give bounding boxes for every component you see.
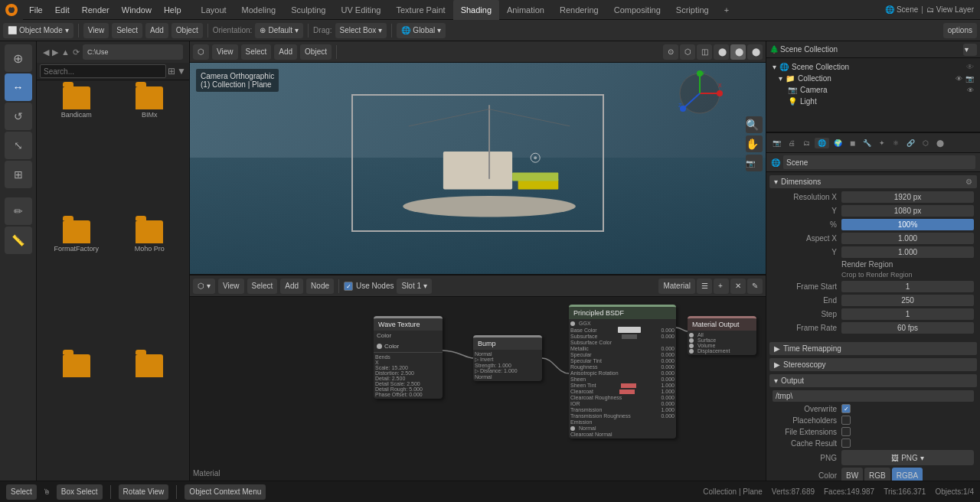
- collection-item[interactable]: ▾ 📁 Collection 👁 📷: [769, 73, 977, 84]
- tab-modeling[interactable]: Modeling: [234, 0, 284, 20]
- drag-value-btn[interactable]: Select Box ▾: [335, 23, 387, 38]
- nav-back-icon[interactable]: ◀: [43, 47, 49, 57]
- transform-tool[interactable]: ⊞: [5, 161, 32, 188]
- light-item[interactable]: 💡 Light: [769, 96, 977, 107]
- menu-help[interactable]: Help: [158, 0, 188, 20]
- search-input[interactable]: [40, 64, 166, 78]
- file-format-btn[interactable]: 🖼 PNG ▾: [841, 450, 974, 465]
- camera-vis-icon[interactable]: 👁: [967, 86, 974, 94]
- prop-tab-output[interactable]: 🖨: [786, 138, 799, 148]
- frame-step-value[interactable]: 1: [841, 308, 974, 320]
- output-header[interactable]: ▾ Output: [769, 374, 977, 387]
- tab-add[interactable]: +: [717, 0, 737, 20]
- cursor-tool[interactable]: ⊕: [5, 44, 32, 72]
- prop-tab-world[interactable]: 🌍: [831, 138, 845, 148]
- select-btn-status[interactable]: Select: [6, 484, 37, 500]
- camera-item[interactable]: 📷 Camera 👁: [769, 84, 977, 96]
- viewport-shading-btn-render[interactable]: ⬤: [747, 44, 763, 60]
- principled-bsdf-node[interactable]: Principled BSDF GGX Base Color0.000 Subs…: [569, 305, 676, 438]
- view-menu-btn[interactable]: View: [83, 23, 109, 38]
- tab-shading[interactable]: Shading: [453, 0, 499, 20]
- node-material-btn[interactable]: Material: [658, 279, 695, 294]
- collection-eye-icon[interactable]: 👁: [956, 75, 962, 83]
- prop-tab-object[interactable]: ◼: [847, 138, 858, 148]
- filter-icon[interactable]: ▼: [177, 66, 186, 77]
- prop-tab-particles[interactable]: ✦: [876, 138, 888, 148]
- aspect-y-value[interactable]: 1.000: [841, 246, 974, 258]
- output-path-input[interactable]: [773, 390, 974, 402]
- zoom-in-btn[interactable]: 🔍: [746, 116, 763, 133]
- node-tool-4[interactable]: ✎: [747, 279, 763, 294]
- color-bw-btn[interactable]: BW: [841, 468, 863, 481]
- time-remapping-header[interactable]: ▶ Time Remapping: [769, 342, 977, 355]
- view-layer-selector[interactable]: 🗂 View Layer: [926, 5, 974, 14]
- outliner-filter-btn[interactable]: ▼: [963, 44, 977, 56]
- viewport-view-btn[interactable]: View: [212, 44, 238, 60]
- viewport-object-btn[interactable]: Object: [300, 44, 332, 60]
- node-view-btn[interactable]: View: [218, 279, 244, 294]
- object-context-btn-status[interactable]: Object Context Menu: [185, 484, 266, 500]
- nav-up-icon[interactable]: ▲: [61, 47, 70, 57]
- file-ext-checkbox[interactable]: [841, 427, 851, 436]
- tab-layout[interactable]: Layout: [194, 0, 234, 20]
- prop-tab-render[interactable]: 📷: [769, 138, 784, 148]
- scene-selector[interactable]: 🌐 Scene: [885, 5, 918, 14]
- add-menu-btn[interactable]: Add: [145, 23, 168, 38]
- transform-btn[interactable]: 🌐 Global ▾: [397, 23, 446, 38]
- viewport-canvas[interactable]: Camera Orthographic (1) Collection | Pla…: [190, 63, 766, 274]
- dimensions-options-btn[interactable]: ⚙: [965, 178, 972, 186]
- frame-rate-value[interactable]: 60 fps: [841, 322, 974, 334]
- list-item[interactable]: Bandicam: [43, 86, 110, 214]
- rotate-view-btn-status[interactable]: Rotate View: [119, 484, 169, 500]
- scene-collection-item[interactable]: ▾ 🌐 Scene Collection 👁: [769, 61, 977, 73]
- prop-tab-constraints[interactable]: 🔗: [903, 138, 918, 148]
- tab-scripting[interactable]: Scripting: [668, 0, 717, 20]
- options-btn[interactable]: options: [943, 23, 977, 38]
- cache-checkbox[interactable]: [841, 438, 851, 448]
- wave-texture-node[interactable]: Wave Texture Color Color BendsXScale: 15…: [374, 316, 443, 399]
- res-x-value[interactable]: 1920 px: [841, 191, 974, 203]
- overwrite-checkbox[interactable]: [841, 404, 851, 413]
- tab-uv-editing[interactable]: UV Editing: [333, 0, 388, 20]
- color-rgba-btn[interactable]: RGBA: [892, 468, 923, 481]
- scene-name-input[interactable]: [783, 155, 975, 169]
- pan-btn[interactable]: ✋: [746, 135, 763, 152]
- grid-view-icon[interactable]: ⊞: [168, 66, 175, 77]
- menu-render[interactable]: Render: [76, 0, 116, 20]
- node-tool-3[interactable]: ✕: [730, 279, 746, 294]
- viewport-add-btn[interactable]: Add: [274, 44, 297, 60]
- slot-btn[interactable]: Slot 1 ▾: [397, 279, 432, 294]
- annotate-tool[interactable]: ✏: [5, 197, 32, 225]
- list-item[interactable]: BIMx: [116, 86, 184, 214]
- node-select-btn[interactable]: Select: [247, 279, 278, 294]
- prop-tab-material[interactable]: ⬤: [933, 138, 947, 148]
- frame-end-value[interactable]: 250: [841, 295, 974, 306]
- list-item[interactable]: FormatFactory: [43, 220, 110, 348]
- box-select-btn-status[interactable]: Box Select: [57, 484, 103, 500]
- measure-tool[interactable]: 📏: [5, 227, 32, 254]
- node-tool-2[interactable]: +: [714, 279, 729, 294]
- prop-tab-physics[interactable]: ⚛: [890, 138, 902, 148]
- select-menu-btn[interactable]: Select: [112, 23, 142, 38]
- placeholders-checkbox[interactable]: [841, 416, 851, 425]
- res-pct-value[interactable]: 100%: [841, 219, 974, 230]
- viewport-shading-btn-solid[interactable]: ⬤: [714, 44, 729, 60]
- path-btn[interactable]: C:\Use: [83, 44, 183, 60]
- nav-refresh-icon[interactable]: ⟳: [73, 47, 80, 57]
- dimensions-header[interactable]: ▾ Dimensions ⚙: [769, 175, 977, 188]
- nav-forward-icon[interactable]: ▶: [52, 47, 58, 57]
- tab-texture-paint[interactable]: Texture Paint: [388, 0, 452, 20]
- tab-sculpting[interactable]: Sculpting: [283, 0, 333, 20]
- collection-render-icon[interactable]: 📷: [965, 75, 974, 83]
- stereoscopy-header[interactable]: ▶ Stereoscopy: [769, 358, 977, 371]
- navigation-gizmo[interactable]: X Y Z: [677, 70, 723, 116]
- rotate-tool[interactable]: ↺: [5, 103, 32, 130]
- editor-type-btn[interactable]: ⬜ Object Mode ▾: [3, 23, 74, 38]
- viewport-display-btn-1[interactable]: ⊙: [663, 44, 678, 60]
- list-item[interactable]: [116, 354, 184, 474]
- node-tool-1[interactable]: ☰: [697, 279, 712, 294]
- prop-tab-view[interactable]: 🗂: [800, 138, 813, 148]
- tab-compositing[interactable]: Compositing: [606, 0, 668, 20]
- node-editor-type-btn[interactable]: ⬡ ▾: [193, 279, 215, 294]
- viewport-display-btn-2[interactable]: ⬡: [680, 44, 695, 60]
